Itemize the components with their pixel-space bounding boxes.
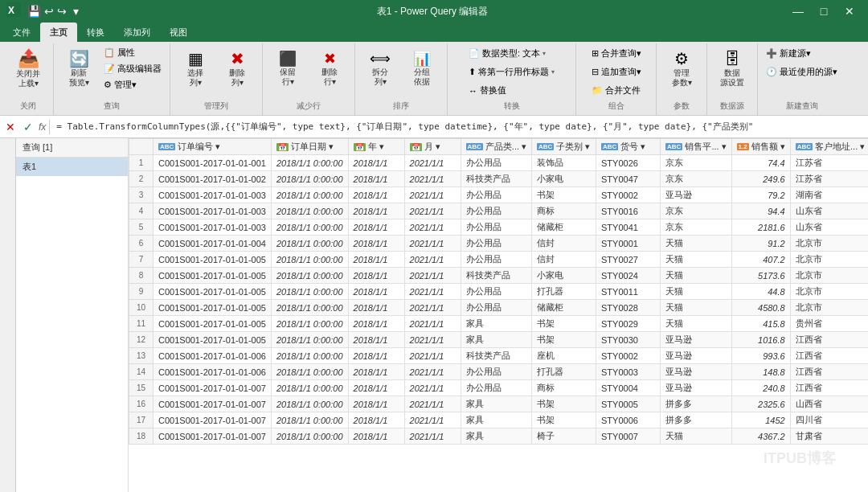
data-source-setting-button[interactable]: 🗄 数据源设置 [712, 45, 752, 93]
col-filter-category[interactable]: ▾ [522, 141, 526, 152]
group-by-button[interactable]: 📊 分组依据 [402, 45, 442, 93]
subcategory-cell: 打孔器 [532, 364, 596, 380]
col-filter-sales[interactable]: ▾ [780, 141, 785, 152]
table-row[interactable]: 12C001S001-2017-01-01-0052018/1/1 0:00:0… [129, 332, 869, 348]
main-area: 查询 查询 [1] 表1 ABC 订单编号 ▾ [0, 138, 868, 492]
category-cell: 家具 [461, 428, 532, 445]
tab-file[interactable]: 文件 [3, 23, 40, 42]
col-header-platform[interactable]: ABC 销售平... ▾ [661, 139, 732, 155]
tab-home[interactable]: 主页 [40, 23, 77, 42]
table-row[interactable]: 17C001S001-2017-01-01-0072018/1/1 0:00:0… [129, 412, 869, 428]
col-header-order-date[interactable]: 📅 订单日期 ▾ [271, 139, 348, 155]
close-upload-button[interactable]: 📤 关闭并上载▾ [8, 45, 48, 93]
table-row[interactable]: 3C001S001-2017-01-01-0032018/1/1 0:00:00… [129, 187, 869, 203]
group-close-content: 📤 关闭并上载▾ [8, 45, 48, 99]
table-row[interactable]: 7C001S001-2017-01-01-0052018/1/1 0:00:00… [129, 252, 869, 268]
col-header-year[interactable]: 📅 年 ▾ [348, 139, 404, 155]
table-row[interactable]: 16C001S001-2017-01-01-0072018/1/1 0:00:0… [129, 396, 869, 412]
manage-button[interactable]: ⚙ 管理▾ [100, 77, 165, 92]
merge-query-button[interactable]: ⊞ 合并查询▾ [588, 45, 645, 62]
col-filter-subcategory[interactable]: ▾ [585, 141, 590, 152]
table-row[interactable]: 9C001S001-2017-01-01-0052018/1/1 0:00:00… [129, 284, 869, 300]
ribbon-group-transform: 📄 数据类型: 文本 ▾ ⬆ 将第一行用作标题 ▾ ↔ 替换值 转换 [448, 43, 576, 115]
order-date-cell: 2018/1/1 0:00:00 [271, 332, 348, 348]
minimize-button[interactable]: — [786, 0, 810, 23]
query-item-table1[interactable]: 表1 [16, 158, 128, 176]
subcategory-cell: 书架 [532, 412, 596, 428]
replace-value-label: 替换值 [480, 84, 506, 96]
quick-redo[interactable]: ↪ [57, 5, 67, 18]
tab-transform[interactable]: 转换 [77, 23, 114, 42]
refresh-preview-button[interactable]: 🔄 刷新预览▾ [59, 45, 99, 93]
table-row[interactable]: 14C001S001-2017-01-01-0062018/1/1 0:00:0… [129, 364, 869, 380]
year-cell: 2018/1/1 [348, 155, 404, 171]
confirm-formula-button[interactable]: ✓ [21, 121, 35, 133]
new-source-button[interactable]: ➕ 新建源▾ [763, 45, 814, 62]
advanced-editor-button[interactable]: 📝 高级编辑器 [100, 61, 165, 76]
col-filter-month[interactable]: ▾ [436, 141, 440, 152]
maximize-button[interactable]: □ [812, 0, 836, 23]
ribbon: 📤 关闭并上载▾ 关闭 🔄 刷新预览▾ 📋 属性 📝 高级编辑器 [0, 42, 868, 116]
recent-source-button[interactable]: 🕐 最近使用的源▾ [763, 64, 841, 80]
keep-row-icon: ⬛ [279, 51, 297, 66]
subcategory-cell: 书架 [532, 187, 596, 203]
group-datasource-content: 🗄 数据源设置 [712, 45, 752, 99]
refresh-label: 刷新预览▾ [69, 68, 89, 88]
col-filter-order-no[interactable]: ▾ [215, 141, 220, 152]
data-grid-container[interactable]: ABC 订单编号 ▾ 📅 订单日期 ▾ [129, 138, 868, 492]
table-row[interactable]: 8C001S001-2017-01-01-0052018/1/1 0:00:00… [129, 268, 869, 284]
keep-row-button[interactable]: ⬛ 保留行▾ [268, 45, 308, 93]
tab-add-column[interactable]: 添加列 [114, 23, 160, 42]
ribbon-group-sort: ⟺ 拆分列▾ 📊 分组依据 排序 [355, 43, 448, 115]
col-header-month[interactable]: 📅 月 ▾ [404, 139, 461, 155]
first-row-header-button[interactable]: ⬆ 将第一行用作标题 ▾ [465, 64, 558, 80]
split-col-button[interactable]: ⟺ 拆分列▾ [360, 45, 400, 93]
table-row[interactable]: 18C001S001-2017-01-01-0072018/1/1 0:00:0… [129, 428, 869, 445]
replace-value-button[interactable]: ↔ 替换值 [465, 82, 510, 99]
col-filter-product-no[interactable]: ▾ [641, 141, 645, 152]
col-header-category[interactable]: ABC 产品类... ▾ [461, 139, 532, 155]
quick-save[interactable]: 💾 [27, 5, 41, 18]
col-header-order-no[interactable]: ABC 订单编号 ▾ [154, 139, 272, 155]
order-date-cell: 2018/1/1 0:00:00 [271, 348, 348, 364]
select-col-button[interactable]: ▦ 选择列▾ [175, 45, 215, 93]
col-header-address[interactable]: ABC 客户地址... ▾ [790, 139, 868, 155]
delete-col-button[interactable]: ✖ 删除列▾ [217, 45, 257, 93]
append-query-button[interactable]: ⊟ 追加查询▾ [588, 64, 645, 80]
table-row[interactable]: 5C001S001-2017-01-01-0032018/1/1 0:00:00… [129, 219, 869, 236]
table-row[interactable]: 11C001S001-2017-01-01-0052018/1/1 0:00:0… [129, 316, 869, 332]
col-header-sales[interactable]: 1.2 销售额 ▾ [731, 139, 790, 155]
table-row[interactable]: 2C001S001-2017-01-01-0022018/1/1 0:00:00… [129, 171, 869, 187]
col-filter-address[interactable]: ▾ [860, 141, 865, 152]
col-filter-year[interactable]: ▾ [379, 141, 384, 152]
col-header-subcategory[interactable]: ABC 子类别 ▾ [532, 139, 596, 155]
data-type-button[interactable]: 📄 数据类型: 文本 ▾ [465, 45, 549, 62]
subcategory-cell: 商标 [532, 203, 596, 219]
col-name-category: 产品类... [485, 141, 519, 153]
cancel-formula-button[interactable]: ✕ [3, 121, 18, 133]
table-row[interactable]: 15C001S001-2017-01-01-0072018/1/1 0:00:0… [129, 380, 869, 396]
group-query-content: 🔄 刷新预览▾ 📋 属性 📝 高级编辑器 ⚙ 管理▾ [59, 45, 165, 99]
window-controls: — □ ✕ [786, 0, 862, 23]
manage-param-button[interactable]: ⚙ 管理参数▾ [661, 45, 702, 93]
table-row[interactable]: 4C001S001-2017-01-01-0032018/1/1 0:00:00… [129, 203, 869, 219]
close-button[interactable]: ✕ [837, 0, 862, 23]
table-row[interactable]: 10C001S001-2017-01-01-0052018/1/1 0:00:0… [129, 300, 869, 316]
col-header-product-no[interactable]: ABC 货号 ▾ [596, 139, 661, 155]
menu-trigger[interactable]: ▾ [73, 5, 79, 18]
formula-input[interactable]: = Table.TransformColumnTypes(源,{{"订单编号",… [53, 121, 865, 133]
quick-undo[interactable]: ↩ [44, 5, 54, 18]
col-filter-order-date[interactable]: ▾ [329, 141, 334, 152]
merge-file-button[interactable]: 📁 合并文件 [588, 82, 644, 99]
delete-row-button[interactable]: ✖ 删除行▾ [309, 45, 350, 93]
tab-view[interactable]: 视图 [160, 23, 197, 42]
table-row[interactable]: 13C001S001-2017-01-01-0062018/1/1 0:00:0… [129, 348, 869, 364]
col-filter-platform[interactable]: ▾ [722, 141, 727, 152]
manage-icon: ⚙ [104, 80, 112, 90]
table-row[interactable]: 1C001S001-2017-01-01-0012018/1/1 0:00:00… [129, 155, 869, 171]
group-by-icon: 📊 [413, 51, 431, 66]
month-cell: 2021/1/1 [404, 187, 461, 203]
query-right-col: 📋 属性 📝 高级编辑器 ⚙ 管理▾ [100, 45, 165, 92]
property-button[interactable]: 📋 属性 [100, 45, 165, 60]
table-row[interactable]: 6C001S001-2017-01-01-0042018/1/1 0:00:00… [129, 236, 869, 252]
